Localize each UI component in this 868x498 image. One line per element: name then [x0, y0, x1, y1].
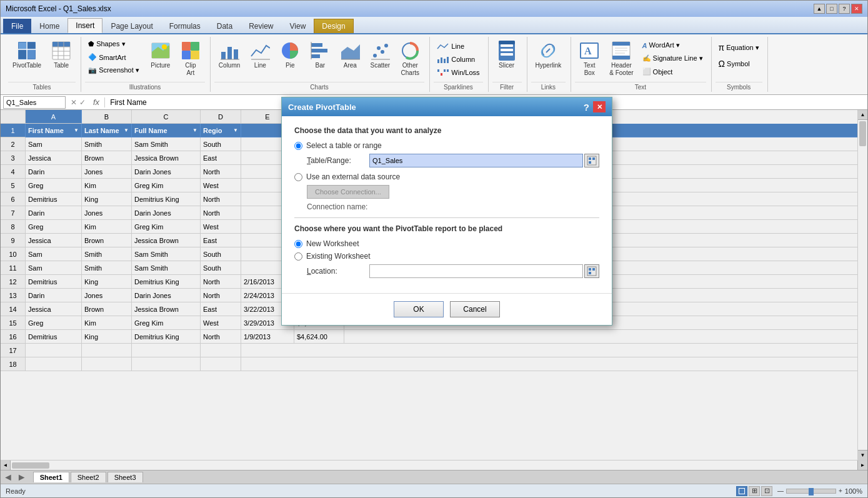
cell-12-A[interactable]: Demitrius	[26, 275, 82, 289]
cell-17-B[interactable]	[82, 344, 132, 357]
cell-8-D[interactable]: West	[201, 220, 241, 234]
filter-btn-region[interactable]: ▼	[233, 127, 238, 133]
radio-new-worksheet[interactable]	[294, 240, 302, 248]
cell-3-C[interactable]: Jessica Brown	[132, 151, 201, 165]
sheet-tab-sheet1[interactable]: Sheet1	[33, 472, 69, 482]
dialog-close-btn[interactable]: ✕	[593, 101, 606, 112]
sheet-tab-sheet2[interactable]: Sheet2	[71, 472, 106, 482]
cell-9-C[interactable]: Jessica Brown	[132, 234, 201, 247]
normal-view-btn[interactable]	[736, 486, 747, 496]
cell-15-C[interactable]: Greg Kim	[132, 316, 201, 330]
col-header-B[interactable]: B	[82, 110, 132, 124]
cell-10-C[interactable]: Sam Smith	[132, 247, 201, 261]
cell-5-A[interactable]: Greg	[26, 179, 82, 192]
text-box-button[interactable]: A TextBox	[575, 38, 604, 79]
dialog-help-btn[interactable]: ?	[584, 102, 589, 112]
tab-file[interactable]: File	[3, 19, 31, 33]
scroll-left-btn[interactable]: ◄	[1, 461, 11, 470]
cell-7-A[interactable]: Darin	[26, 206, 82, 220]
scroll-thumb[interactable]	[859, 121, 866, 146]
row-num-9[interactable]: 9	[1, 234, 26, 247]
cell-17-D[interactable]	[201, 344, 241, 357]
cell-7-C[interactable]: Darin Jones	[132, 206, 201, 220]
cell-8-A[interactable]: Greg	[26, 220, 82, 234]
dialog-ok-btn[interactable]: OK	[394, 301, 444, 317]
tab-insert[interactable]: Insert	[67, 18, 102, 33]
create-pivot-table-dialog[interactable]: Create PivotTable ? ✕ Choose the data th…	[281, 97, 612, 326]
header-cell-lastname[interactable]: Last Name▼	[82, 124, 132, 137]
tab-formulas[interactable]: Formulas	[161, 19, 209, 33]
cell-14-A[interactable]: Jessica	[26, 302, 82, 316]
cell-13-C[interactable]: Darin Jones	[132, 289, 201, 302]
table-button[interactable]: Table	[47, 38, 76, 72]
cell-10-D[interactable]: South	[201, 247, 241, 261]
hyperlink-button[interactable]: Hyperlink	[531, 38, 566, 72]
table-range-browse-btn[interactable]	[584, 154, 599, 167]
cell-11-A[interactable]: Sam	[26, 261, 82, 275]
sparkline-column-button[interactable]: Column	[434, 54, 482, 65]
cell-10-A[interactable]: Sam	[26, 247, 82, 261]
cell-16-D[interactable]: North	[201, 330, 241, 344]
cell-12-D[interactable]: North	[201, 275, 241, 289]
scroll-right-btn[interactable]: ►	[857, 461, 867, 470]
page-layout-view-btn[interactable]: ⊞	[749, 486, 760, 496]
cell-2-C[interactable]: Sam Smith	[132, 137, 201, 151]
name-box[interactable]	[3, 96, 66, 109]
tab-data[interactable]: Data	[209, 19, 241, 33]
cell-18-C[interactable]	[132, 357, 201, 371]
cell-5-C[interactable]: Greg Kim	[132, 179, 201, 192]
cell-6-C[interactable]: Demitrius King	[132, 192, 201, 206]
cell-16-E[interactable]: 1/9/2013	[241, 330, 294, 344]
object-button[interactable]: ⬜ Object	[639, 66, 706, 77]
cell-9-B[interactable]: Brown	[82, 234, 132, 247]
zoom-in-btn[interactable]: +	[839, 487, 842, 494]
cell-8-B[interactable]: Kim	[82, 220, 132, 234]
cell-9-D[interactable]: East	[201, 234, 241, 247]
filter-btn-lastname[interactable]: ▼	[124, 127, 129, 133]
cell-5-D[interactable]: West	[201, 179, 241, 192]
cell-17-A[interactable]	[26, 344, 82, 357]
cell-4-C[interactable]: Darin Jones	[132, 165, 201, 179]
header-cell-region[interactable]: Regio▼	[201, 124, 241, 137]
row-num-16[interactable]: 16	[1, 330, 26, 344]
radio-external[interactable]	[294, 173, 302, 181]
cell-15-D[interactable]: West	[201, 316, 241, 330]
cell-18-D[interactable]	[201, 357, 241, 371]
restore-btn[interactable]: □	[826, 4, 837, 14]
cell-2-B[interactable]: Smith	[82, 137, 132, 151]
signature-line-button[interactable]: ✍ Signature Line ▾	[639, 52, 706, 64]
row-num-3[interactable]: 3	[1, 151, 26, 165]
cell-13-B[interactable]: Jones	[82, 289, 132, 302]
h-scroll-track[interactable]	[11, 461, 857, 470]
cell-4-A[interactable]: Darin	[26, 165, 82, 179]
cell-12-B[interactable]: King	[82, 275, 132, 289]
header-footer-button[interactable]: Header& Footer	[605, 38, 637, 79]
header-cell-firstname[interactable]: First Name▼	[26, 124, 82, 137]
row-num-11[interactable]: 11	[1, 261, 26, 275]
zoom-slider-thumb[interactable]	[809, 488, 814, 496]
cell-11-D[interactable]: South	[201, 261, 241, 275]
scroll-down-btn[interactable]: ▼	[858, 450, 867, 460]
cell-5-B[interactable]: Kim	[82, 179, 132, 192]
cell-11-B[interactable]: Smith	[82, 261, 132, 275]
line-chart-button[interactable]: Line	[246, 38, 274, 72]
pivot-table-button[interactable]: PivotTable	[8, 38, 46, 72]
h-scroll-thumb[interactable]	[12, 462, 49, 469]
row-num-13[interactable]: 13	[1, 289, 26, 302]
equation-button[interactable]: π Equation ▾	[716, 41, 762, 54]
sheet-tab-nav-left[interactable]: ◄	[3, 472, 13, 483]
cell-2-D[interactable]: South	[201, 137, 241, 151]
cell-17-C[interactable]	[132, 344, 201, 357]
row-num-7[interactable]: 7	[1, 206, 26, 220]
filter-btn-firstname[interactable]: ▼	[74, 127, 79, 133]
minimize-btn[interactable]: ▲	[814, 4, 825, 14]
sheet-tab-sheet3[interactable]: Sheet3	[107, 472, 143, 482]
row-num-8[interactable]: 8	[1, 220, 26, 234]
cell-16-F[interactable]: $4,624.00	[294, 330, 344, 344]
cell-11-C[interactable]: Sam Smith	[132, 261, 201, 275]
cell-13-D[interactable]: North	[201, 289, 241, 302]
cell-7-D[interactable]: North	[201, 206, 241, 220]
cell-14-C[interactable]: Jessica Brown	[132, 302, 201, 316]
tab-home[interactable]: Home	[31, 19, 67, 33]
cell-6-D[interactable]: North	[201, 192, 241, 206]
